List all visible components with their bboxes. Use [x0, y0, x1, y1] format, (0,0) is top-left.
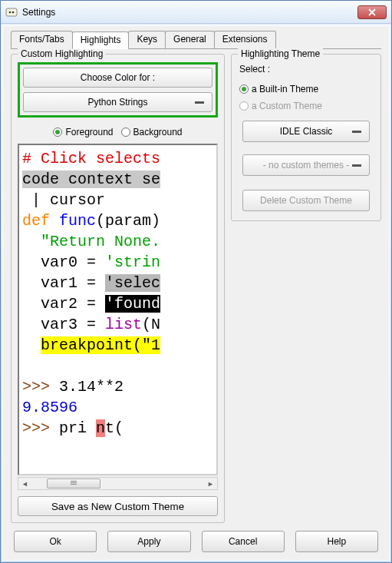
tab-fonts[interactable]: Fonts/Tabs	[11, 31, 73, 48]
close-button[interactable]	[357, 5, 387, 19]
horizontal-scrollbar[interactable]: ◄ ►	[18, 477, 218, 490]
dropdown-icon	[352, 131, 361, 133]
settings-window: Settings Fonts/Tabs Highlights Keys Gene…	[0, 0, 392, 563]
background-radio[interactable]: Background	[121, 127, 183, 137]
element-dropdown-label: Python Strings	[87, 97, 147, 108]
delete-label: Delete Custom Theme	[260, 195, 352, 206]
tab-body: Custom Highlighting Choose Color for : P…	[11, 49, 381, 523]
tab-highlights[interactable]: Highlights	[72, 31, 130, 49]
scroll-track[interactable]	[31, 478, 204, 489]
svg-rect-0	[6, 8, 17, 16]
choose-color-button[interactable]: Choose Color for :	[23, 68, 212, 88]
window-title: Settings	[22, 7, 55, 18]
foreground-radio[interactable]: Foreground	[53, 127, 113, 137]
custom-highlighting-group: Custom Highlighting Choose Color for : P…	[11, 54, 225, 523]
tabstrip: Fonts/Tabs Highlights Keys General Exten…	[11, 31, 381, 49]
right-panel: Highlighting Theme Select : a Built-in T…	[231, 54, 381, 523]
save-custom-theme-button[interactable]: Save as New Custom Theme	[18, 496, 218, 516]
element-dropdown[interactable]: Python Strings	[23, 92, 212, 112]
fg-label: Foreground	[65, 127, 113, 137]
cancel-button[interactable]: Cancel	[202, 531, 285, 552]
delete-custom-theme-button: Delete Custom Theme	[242, 190, 370, 211]
close-icon	[368, 8, 376, 16]
fg-bg-radio-row: Foreground Background	[18, 127, 218, 137]
color-controls-frame: Choose Color for : Python Strings	[18, 62, 218, 118]
svg-point-1	[9, 11, 12, 13]
dropdown-icon	[195, 101, 204, 104]
theme-group-title: Highlighting Theme	[238, 48, 323, 59]
ok-button[interactable]: Ok	[14, 531, 97, 552]
bg-label: Background	[133, 127, 183, 137]
builtin-label: a Built-in Theme	[252, 84, 318, 94]
content-area: Fonts/Tabs Highlights Keys General Exten…	[2, 25, 390, 561]
highlighting-theme-group: Highlighting Theme Select : a Built-in T…	[231, 54, 381, 221]
svg-point-2	[12, 11, 15, 13]
bottom-buttons: Ok Apply Cancel Help	[11, 523, 381, 552]
builtin-theme-dropdown[interactable]: IDLE Classic	[242, 121, 370, 142]
custom-group-title: Custom Highlighting	[18, 48, 106, 59]
tab-general[interactable]: General	[165, 31, 215, 48]
select-label: Select :	[239, 64, 374, 75]
custom-theme-radio: a Custom Theme	[239, 101, 374, 111]
dropdown-icon	[352, 164, 361, 167]
scroll-thumb[interactable]	[47, 479, 100, 488]
tab-extensions[interactable]: Extensions	[214, 31, 276, 48]
builtin-theme-radio[interactable]: a Built-in Theme	[239, 84, 374, 94]
code-preview[interactable]: # Click selects code context se | cursor…	[18, 144, 218, 475]
custom-dropdown-label: - no custom themes -	[263, 160, 350, 171]
scroll-left-icon[interactable]: ◄	[18, 478, 31, 489]
help-button[interactable]: Help	[295, 531, 378, 552]
left-panel: Custom Highlighting Choose Color for : P…	[11, 54, 225, 523]
tab-keys[interactable]: Keys	[128, 31, 166, 48]
scroll-right-icon[interactable]: ►	[204, 478, 217, 489]
titlebar: Settings	[1, 1, 391, 24]
custom-label: a Custom Theme	[252, 101, 322, 111]
custom-theme-dropdown: - no custom themes -	[242, 154, 370, 176]
apply-button[interactable]: Apply	[107, 531, 190, 552]
builtin-dropdown-label: IDLE Classic	[280, 126, 333, 137]
app-icon	[5, 6, 18, 18]
choose-color-label: Choose Color for :	[81, 72, 155, 83]
